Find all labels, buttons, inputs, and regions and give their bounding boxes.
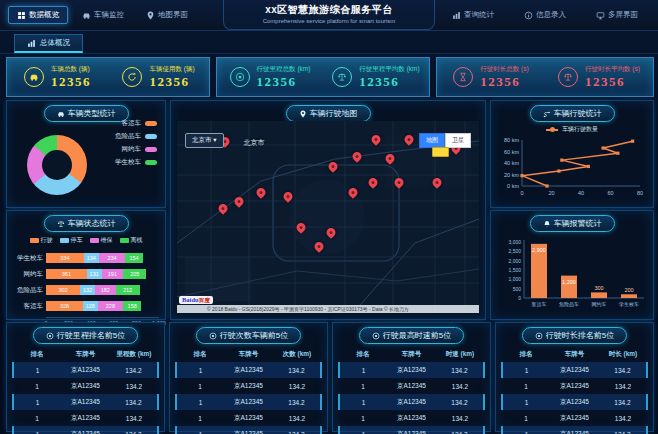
map-canvas[interactable]: 北京市 ▾ 北京市 地图 卫星 Baidu百度 © 2018 Baidu - G… xyxy=(177,121,479,313)
map-city-label: 北京市 xyxy=(243,138,264,148)
table-row: 1京A12345134.2 xyxy=(13,362,159,378)
target-icon xyxy=(535,332,543,340)
table-row: 1京A12345134.2 xyxy=(502,378,648,394)
panel-driving-map: 车辆行驶地图 北京市 ▾ 北京市 地图 卫星 Baidu百度 © 2018 Ba… xyxy=(170,100,486,320)
svg-text:1,000: 1,000 xyxy=(508,276,521,282)
table-row: 1京A12345134.2 xyxy=(13,378,159,394)
svg-text:0: 0 xyxy=(520,190,523,196)
panel-alarm: 车辆报警统计 05001,0001,5002,0002,5003,0002,90… xyxy=(490,210,654,320)
bar-segment: 182 xyxy=(95,285,116,295)
legend-item[interactable]: 危险品车 xyxy=(115,132,157,141)
stat-item: 车辆总数 (辆) 12356 xyxy=(7,58,108,96)
scale-icon xyxy=(57,220,65,228)
baidu-logo: Baidu百度 xyxy=(179,296,213,304)
nav-item-left-0[interactable]: 数据概览 xyxy=(8,6,68,24)
ranking-table-2: 行驶最高时速前5位 排名车牌号时速 (km) 1京A12345134.21京A1… xyxy=(332,322,491,432)
legend-chip xyxy=(145,121,157,126)
map-city-selector[interactable]: 北京市 ▾ xyxy=(185,133,224,148)
svg-text:危险品车: 危险品车 xyxy=(559,301,579,307)
bell-icon xyxy=(543,220,551,228)
svg-text:2,500: 2,500 xyxy=(508,248,521,254)
page-title: xx区智慧旅游综合服务平台 xyxy=(224,3,434,17)
status-bar-row: 学生校车334134234154 xyxy=(7,250,165,266)
stat-panel-0: 车辆总数 (辆) 12356 车辆使用数 (辆) 12356 xyxy=(6,57,210,97)
ranking-table: 排名车牌号里程数 (km) 1京A12345134.21京A12345134.2… xyxy=(12,347,160,434)
legend-item[interactable]: 停车 xyxy=(60,236,83,245)
table-row: 1京A12345134.2 xyxy=(339,394,485,410)
bar-segment: 158 xyxy=(123,301,141,311)
panel-alarm-title: 车辆报警统计 xyxy=(530,215,615,232)
bar-segment: 154 xyxy=(125,253,142,263)
table-row: 1京A12345134.2 xyxy=(176,378,322,394)
nav-item-right-1[interactable]: 信息录入 xyxy=(516,7,574,23)
table-row: 1京A12345134.2 xyxy=(339,378,485,394)
tab-overview-label: 总体概况 xyxy=(40,38,70,48)
nav-item-left-1[interactable]: 车辆监控 xyxy=(74,7,132,23)
panel-driving-map-title: 车辆行驶地图 xyxy=(286,105,371,122)
stat-value: 12356 xyxy=(359,74,399,90)
hourglass-icon xyxy=(453,67,473,87)
bar-segment: 328 xyxy=(46,301,83,311)
refresh-icon xyxy=(122,67,142,87)
map-attribution: © 2018 Baidu - GS(2018)2029号 - 甲测资字11009… xyxy=(177,305,479,313)
svg-text:网约车: 网约车 xyxy=(592,301,607,308)
status-bar-row: 网约车361131191205 xyxy=(7,266,165,282)
svg-text:客运车: 客运车 xyxy=(532,301,547,307)
table-row: 1京A12345134.2 xyxy=(339,426,485,434)
table-header-row: 排名车牌号次数 (km) xyxy=(176,347,322,362)
target-icon xyxy=(46,332,54,340)
legend-item[interactable]: 网约车 xyxy=(115,145,157,154)
nav-item-right-2[interactable]: 多屏界面 xyxy=(588,7,646,23)
status-bar-row: 危险品车302132182212 xyxy=(7,282,165,298)
driving-trend-legend[interactable]: 车辆行驶数量 xyxy=(491,125,653,134)
ranking-table: 排名车牌号时长 (km) 1京A12345134.21京A12345134.21… xyxy=(501,347,649,434)
bars-icon xyxy=(452,11,461,20)
scale-icon xyxy=(332,67,352,87)
panel-vehicle-type: 车辆类型统计 客运车危险品车网约车学生校车 xyxy=(6,100,166,208)
scale-icon xyxy=(337,72,347,82)
ranking-table-0: 行驶里程排名前5位 排名车牌号里程数 (km) 1京A12345134.21京A… xyxy=(6,322,165,432)
legend-item[interactable]: 学生校车 xyxy=(115,158,157,167)
donut-hole xyxy=(42,150,72,180)
page-subtitle: Comprehensive service platform for smart… xyxy=(224,18,434,24)
bar-segment: 131 xyxy=(87,269,102,279)
svg-text:40 km: 40 km xyxy=(504,160,519,166)
stat-value: 12356 xyxy=(51,74,91,90)
legend-item[interactable]: 离线 xyxy=(120,236,143,245)
satellite-mode-button[interactable]: 卫星 xyxy=(445,133,471,148)
tab-overview[interactable]: 总体概况 xyxy=(14,34,83,53)
stat-value: 12356 xyxy=(257,74,297,90)
bar-segment: 134 xyxy=(84,253,99,263)
legend-chip xyxy=(60,238,69,243)
bar-segment: 228 xyxy=(98,301,124,311)
svg-text:20 km: 20 km xyxy=(504,172,519,178)
bar-segment: 128 xyxy=(83,301,97,311)
svg-text:1,200: 1,200 xyxy=(562,279,576,285)
stat-label: 行驶里程平均数 (km) xyxy=(359,65,419,74)
stat-label: 车辆总数 (辆) xyxy=(51,65,90,74)
map-mode-button[interactable]: 地图 xyxy=(419,133,445,148)
legend-chip xyxy=(145,134,157,139)
ranking-table-title: 行驶次数车辆前5位 xyxy=(196,327,301,344)
table-row: 1京A12345134.2 xyxy=(502,410,648,426)
table-row: 1京A12345134.2 xyxy=(502,426,648,434)
ranking-table-title: 行驶里程排名前5位 xyxy=(33,327,138,344)
svg-text:500: 500 xyxy=(513,286,522,292)
nav-item-right-0[interactable]: 查询统计 xyxy=(444,7,502,23)
table-row: 1京A12345134.2 xyxy=(176,410,322,426)
legend-item[interactable]: 行驶 xyxy=(30,236,53,245)
vehicle-status-legend: 行驶停车维保离线 xyxy=(7,236,165,245)
legend-item[interactable]: 维保 xyxy=(90,236,113,245)
traffic-toggle[interactable] xyxy=(432,147,449,157)
car-icon xyxy=(24,67,44,87)
legend-item[interactable]: 客运车 xyxy=(115,119,157,128)
vehicle-type-donut-chart xyxy=(27,135,87,195)
driving-trend-line-chart: 0 km20 km40 km60 km80 km020406080 xyxy=(494,134,650,204)
table-row: 1京A12345134.2 xyxy=(339,362,485,378)
table-row: 1京A12345134.2 xyxy=(176,394,322,410)
subtab-row: 总体概况 xyxy=(0,31,658,54)
svg-text:20: 20 xyxy=(548,190,554,196)
panel-driving-trend-title: 车辆行驶统计 xyxy=(530,105,615,122)
nav-item-left-2[interactable]: 地图界面 xyxy=(138,7,196,23)
stat-value: 12356 xyxy=(149,74,189,90)
